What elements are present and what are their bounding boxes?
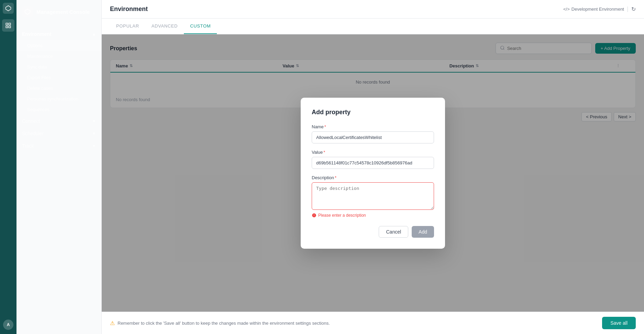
code-icon: </> xyxy=(563,7,570,12)
svg-rect-4 xyxy=(9,26,11,28)
user-avatar[interactable]: A xyxy=(3,320,13,330)
icon-sidebar: A xyxy=(0,0,16,334)
sidebar-item-options[interactable]: Options xyxy=(16,40,101,51)
save-all-button[interactable]: Save all xyxy=(602,317,636,329)
nav-section-scheduler-label: Scheduler xyxy=(22,131,44,136)
value-input[interactable] xyxy=(312,157,434,169)
tab-custom[interactable]: CUSTOM xyxy=(184,19,217,34)
sidebar-icon-environment[interactable] xyxy=(2,19,14,32)
chevron-down-icon-scheduler: ▼ xyxy=(92,131,96,136)
value-field-label: Value* xyxy=(312,150,434,155)
sidebar-item-maintenance[interactable]: Maintenance xyxy=(16,51,101,62)
main-header: Environment </> Development Environment … xyxy=(102,0,644,19)
description-textarea[interactable] xyxy=(312,182,434,210)
svg-text:!: ! xyxy=(314,214,314,216)
icon-sidebar-bottom: A xyxy=(3,320,13,334)
cancel-button[interactable]: Cancel xyxy=(379,226,408,238)
description-error-message: ! Please enter a description xyxy=(312,213,434,218)
nav-sidebar: Management Console Environment ▲ Options… xyxy=(16,0,102,334)
svg-rect-2 xyxy=(9,23,11,25)
dev-environment-label: </> Development Environment xyxy=(563,7,624,12)
footer-bar: ⚠ Remember to click the 'Save all' butto… xyxy=(102,312,644,334)
add-property-modal: Add property Name* Value* xyxy=(301,98,445,249)
footer-warning: ⚠ Remember to click the 'Save all' butto… xyxy=(110,320,330,326)
sidebar-nav: Environment ▲ Options Maintenance Sync d… xyxy=(16,24,101,334)
form-group-value: Value* xyxy=(312,150,434,169)
nav-section-connect-label: Connect xyxy=(22,118,40,124)
sidebar-item-export-files[interactable]: Export Files xyxy=(16,72,101,83)
nav-section-connect[interactable]: Connect ▼ xyxy=(16,115,101,127)
nav-section-environment-label: Environment xyxy=(22,31,52,37)
nav-section-environment[interactable]: Environment ▲ xyxy=(16,28,101,40)
svg-marker-0 xyxy=(6,6,11,11)
sidebar-item-sync-data[interactable]: Sync data xyxy=(16,62,101,72)
add-button[interactable]: Add xyxy=(412,226,434,238)
svg-rect-3 xyxy=(6,26,8,28)
nav-section-track[interactable]: Track ▼ xyxy=(16,140,101,152)
app-logo-icon[interactable] xyxy=(3,3,14,14)
tabs-bar: POPULAR ADVANCED CUSTOM xyxy=(102,19,644,34)
chevron-down-icon-track: ▼ xyxy=(92,144,96,148)
sidebar-item-delete-cases[interactable]: Delete cases xyxy=(16,83,101,94)
chevron-up-icon: ▲ xyxy=(92,32,96,36)
header-right: </> Development Environment ↻ xyxy=(563,6,636,12)
form-group-description: Description* ! Please enter a descriptio… xyxy=(312,175,434,218)
tab-advanced[interactable]: ADVANCED xyxy=(145,19,184,34)
modal-actions: Cancel Add xyxy=(312,226,434,238)
page-title: Environment xyxy=(110,6,148,13)
modal-title: Add property xyxy=(312,109,434,116)
description-field-label: Description* xyxy=(312,175,434,180)
app-title: Management Console xyxy=(36,9,90,15)
sidebar-header: Management Console xyxy=(16,0,101,24)
content-area: Properties + Add Property xyxy=(102,34,644,312)
svg-marker-5 xyxy=(25,9,30,14)
nav-section-track-label: Track xyxy=(22,143,34,149)
tab-popular[interactable]: POPULAR xyxy=(110,19,145,34)
svg-rect-1 xyxy=(6,23,8,25)
modal-overlay: Add property Name* Value* xyxy=(102,34,644,312)
form-group-name: Name* xyxy=(312,124,434,143)
name-field-label: Name* xyxy=(312,124,434,129)
main-content: Environment </> Development Environment … xyxy=(102,0,644,334)
nav-section-scheduler[interactable]: Scheduler ▼ xyxy=(16,127,101,140)
chevron-down-icon-connect: ▼ xyxy=(92,119,96,123)
name-input[interactable] xyxy=(312,131,434,143)
refresh-button[interactable]: ↻ xyxy=(631,6,636,12)
warning-icon: ⚠ xyxy=(110,320,115,326)
sidebar-item-sequences[interactable]: Sequences xyxy=(16,104,101,115)
sidebar-logo-icon xyxy=(22,6,33,17)
sidebar-item-personas-sync[interactable]: Personas synchronization xyxy=(16,94,101,104)
